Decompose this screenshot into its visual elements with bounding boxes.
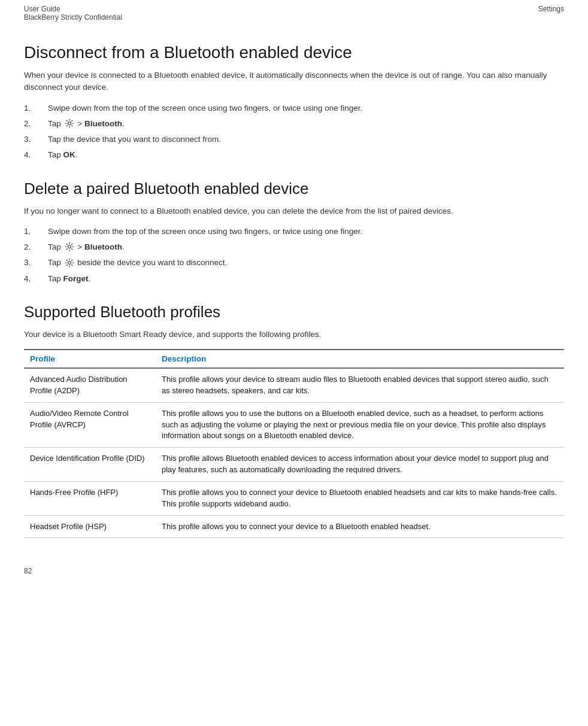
step-number: 3. (24, 257, 48, 269)
step-item: 4. Tap Forget. (24, 273, 564, 285)
profile-cell: Audio/Video Remote Control Profile (AVRC… (24, 402, 156, 448)
step-item: 3. Tap the device that you want to disco… (24, 133, 564, 145)
description-cell: This profile allows Bluetooth enabled de… (156, 448, 564, 482)
step-text: Tap OK. (48, 149, 564, 161)
table-header-row: Profile Description (24, 350, 564, 368)
col-description-header: Description (156, 350, 564, 368)
table-row: Device Identification Profile (DID)This … (24, 448, 564, 482)
step-text: Tap Forget. (48, 273, 564, 285)
header-user-guide: User Guide (24, 5, 122, 13)
table-row: Hands-Free Profile (HFP)This profile all… (24, 481, 564, 515)
step-number: 4. (24, 273, 48, 285)
section2-steps: 1. Swipe down from the top of the screen… (24, 226, 564, 285)
section1-intro: When your device is connected to a Bluet… (24, 69, 564, 94)
header-right: Settings (538, 5, 564, 22)
step-number: 2. (24, 118, 48, 130)
profile-cell: Headset Profile (HSP) (24, 515, 156, 538)
section1-title: Disconnect from a Bluetooth enabled devi… (24, 43, 564, 62)
page-number: 82 (24, 567, 32, 575)
profile-cell: Hands-Free Profile (HFP) (24, 481, 156, 515)
profile-cell: Advanced Audio Distribution Profile (A2D… (24, 368, 156, 402)
step-item: 4. Tap OK. (24, 149, 564, 161)
description-cell: This profile allows you to connect your … (156, 515, 564, 538)
table-row: Headset Profile (HSP)This profile allows… (24, 515, 564, 538)
step-text: Swipe down from the top of the screen on… (48, 226, 564, 238)
page-header: User Guide BlackBerry Strictly Confident… (0, 0, 588, 25)
gear-icon (65, 242, 74, 251)
table-row: Advanced Audio Distribution Profile (A2D… (24, 368, 564, 402)
step-item: 2. Tap > Bluetooth. (24, 118, 564, 130)
header-left: User Guide BlackBerry Strictly Confident… (24, 5, 122, 22)
step-item: 2. Tap > Bluetooth. (24, 241, 564, 253)
header-confidential: BlackBerry Strictly Confidential (24, 13, 122, 22)
gear-icon (65, 258, 74, 268)
page-footer: 82 (0, 562, 588, 580)
step-item: 3. Tap beside the device you want to dis… (24, 257, 564, 269)
step-number: 1. (24, 102, 48, 114)
step-text: Tap > Bluetooth. (48, 241, 564, 253)
profiles-table: Profile Description Advanced Audio Distr… (24, 349, 564, 538)
section1-steps: 1. Swipe down from the top of the screen… (24, 102, 564, 162)
svg-point-2 (68, 261, 71, 264)
section2-title: Delete a paired Bluetooth enabled device (24, 180, 564, 198)
col-profile-header: Profile (24, 350, 156, 368)
svg-point-0 (68, 122, 71, 125)
section3-intro: Your device is a Bluetooth Smart Ready d… (24, 329, 564, 341)
profile-cell: Device Identification Profile (DID) (24, 448, 156, 482)
step-number: 3. (24, 133, 48, 145)
step-number: 4. (24, 149, 48, 161)
step-text: Swipe down from the top of the screen on… (48, 102, 564, 114)
table-row: Audio/Video Remote Control Profile (AVRC… (24, 402, 564, 448)
main-content: Disconnect from a Bluetooth enabled devi… (0, 25, 588, 562)
section3-title: Supported Bluetooth profiles (24, 303, 564, 321)
step-text: Tap > Bluetooth. (48, 118, 564, 130)
step-text: Tap the device that you want to disconne… (48, 133, 564, 145)
description-cell: This profile allows you to connect your … (156, 481, 564, 515)
step-number: 1. (24, 226, 48, 238)
step-item: 1. Swipe down from the top of the screen… (24, 226, 564, 238)
description-cell: This profile allows you to use the butto… (156, 402, 564, 448)
svg-point-1 (68, 245, 71, 248)
step-number: 2. (24, 241, 48, 253)
step-text: Tap beside the device you want to discon… (48, 257, 564, 269)
description-cell: This profile allows your device to strea… (156, 368, 564, 402)
section2-intro: If you no longer want to connect to a Bl… (24, 205, 564, 217)
step-item: 1. Swipe down from the top of the screen… (24, 102, 564, 114)
gear-icon (65, 119, 74, 128)
